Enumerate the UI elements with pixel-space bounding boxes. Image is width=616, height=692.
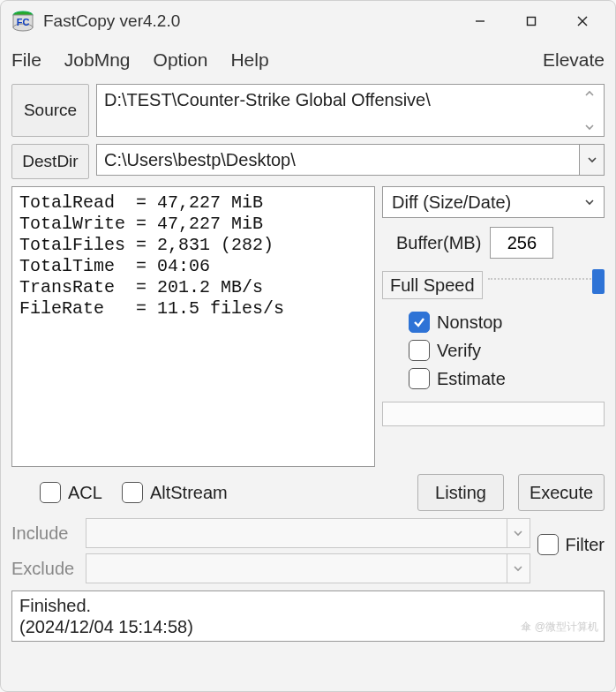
acl-label: ACL	[68, 483, 102, 503]
checkbox-icon	[537, 534, 559, 555]
status-panel: Finished. (2024/12/04 15:14:58) 傘 @微型计算机	[11, 590, 605, 642]
status-line2: (2024/12/04 15:14:58)	[19, 616, 597, 637]
buffer-label: Buffer(MB)	[396, 233, 481, 253]
exclude-dropdown[interactable]	[507, 554, 530, 583]
filter-label: Filter	[566, 535, 605, 555]
speed-slider[interactable]	[488, 278, 605, 303]
checkbox-icon	[409, 368, 430, 389]
speed-slider-thumb[interactable]	[592, 269, 605, 294]
app-title: FastCopy ver4.2.0	[43, 11, 180, 31]
minimize-button[interactable]	[454, 4, 506, 39]
copy-mode-select[interactable]: Diff (Size/Date)	[382, 186, 605, 218]
source-scroll-arrows[interactable]	[584, 88, 600, 132]
speed-label: Full Speed	[382, 271, 483, 299]
nonstop-checkbox[interactable]: Nonstop	[409, 312, 605, 333]
include-input[interactable]	[86, 518, 530, 548]
source-path-input[interactable]: D:\TEST\Counter-Strike Global Offensive\	[96, 84, 605, 137]
estimate-label: Estimate	[437, 369, 506, 389]
close-button[interactable]	[557, 4, 608, 39]
checkbox-icon	[409, 312, 430, 333]
estimate-checkbox[interactable]: Estimate	[409, 368, 605, 389]
checkbox-icon	[409, 340, 430, 361]
maximize-button[interactable]	[506, 4, 557, 39]
app-icon: FC	[11, 10, 34, 33]
filter-checkbox[interactable]: Filter	[537, 534, 605, 555]
titlebar: FC FastCopy ver4.2.0	[1, 1, 615, 41]
exclude-label: Exclude	[11, 559, 79, 579]
status-line1: Finished.	[19, 595, 597, 616]
altstream-checkbox[interactable]: AltStream	[122, 482, 228, 503]
include-label: Include	[11, 523, 79, 544]
copy-mode-value: Diff (Size/Date)	[392, 192, 511, 213]
buffer-input[interactable]	[490, 227, 553, 259]
acl-checkbox[interactable]: ACL	[40, 482, 102, 503]
menu-elevate[interactable]: Elevate	[543, 49, 605, 71]
verify-checkbox[interactable]: Verify	[409, 340, 605, 361]
app-window: FC FastCopy ver4.2.0 File JobMng Option …	[0, 0, 616, 692]
menu-file[interactable]: File	[11, 49, 41, 71]
destdir-input[interactable]: C:\Users\bestp\Desktop\	[96, 144, 580, 176]
menubar: File JobMng Option Help Elevate	[1, 41, 615, 79]
svg-rect-5	[528, 18, 536, 26]
destdir-button[interactable]: DestDir	[11, 144, 89, 179]
checkbox-icon	[40, 482, 61, 503]
stats-panel: TotalRead = 47,227 MiB TotalWrite = 47,2…	[11, 186, 375, 467]
execute-button[interactable]: Execute	[518, 474, 605, 511]
menu-option[interactable]: Option	[154, 49, 208, 71]
menu-jobmng[interactable]: JobMng	[64, 49, 131, 71]
mini-status-box	[382, 402, 605, 426]
verify-label: Verify	[437, 341, 481, 361]
include-dropdown[interactable]	[507, 519, 530, 547]
watermark: 傘 @微型计算机	[521, 616, 598, 637]
listing-button[interactable]: Listing	[417, 474, 504, 511]
destdir-dropdown[interactable]	[580, 144, 605, 176]
altstream-label: AltStream	[150, 483, 228, 503]
checkbox-icon	[122, 482, 143, 503]
menu-help[interactable]: Help	[230, 49, 268, 71]
source-button[interactable]: Source	[11, 84, 89, 137]
exclude-input[interactable]	[86, 553, 530, 583]
destdir-text: C:\Users\bestp\Desktop\	[104, 150, 296, 170]
svg-text:FC: FC	[17, 17, 30, 27]
nonstop-label: Nonstop	[437, 312, 503, 333]
source-path-text: D:\TEST\Counter-Strike Global Offensive\	[104, 90, 431, 110]
